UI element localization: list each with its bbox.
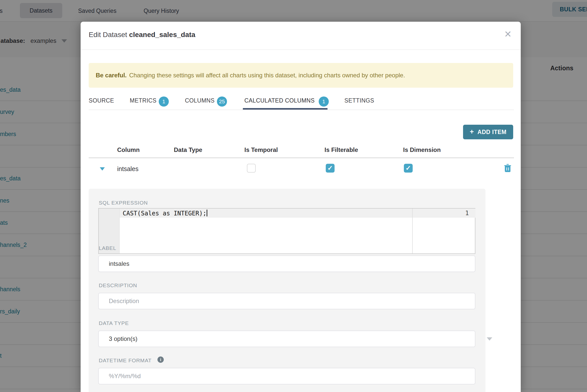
label-input[interactable] [98, 255, 475, 272]
tabs-divider [89, 110, 514, 110]
datetime-format-input[interactable] [98, 368, 475, 384]
info-icon[interactable]: i [157, 356, 164, 363]
columns-count-badge: 25 [217, 96, 227, 107]
tab-settings[interactable]: SETTINGS [344, 96, 374, 105]
tab-calculated-columns[interactable]: CALCULATED COLUMNS [244, 96, 315, 105]
data-type-field-label: DATA TYPE [99, 320, 129, 326]
plus-icon: + [470, 128, 474, 136]
add-item-button[interactable]: +ADD ITEM [463, 125, 513, 139]
check-icon: ✓ [406, 164, 411, 172]
tab-source[interactable]: SOURCE [89, 96, 114, 105]
table-header-divider [89, 157, 514, 158]
close-icon[interactable]: ✕ [501, 27, 515, 41]
modal-title: Edit Dataset cleaned_sales_data [89, 31, 195, 39]
modal-title-dataset-name: cleaned_sales_data [129, 31, 195, 39]
description-field-label: DESCRIPTION [99, 282, 137, 288]
datasets-page: es Datasets Saved Queries Query History … [0, 0, 587, 392]
calculated-column-name: intsales [117, 165, 139, 173]
check-icon: ✓ [328, 164, 333, 172]
chevron-down-icon [487, 337, 492, 341]
trash-icon[interactable] [504, 164, 511, 172]
datetime-format-field-label: DATETIME FORMAT [99, 357, 152, 364]
edit-dataset-modal: Edit Dataset cleaned_sales_data ✕ Be car… [81, 22, 521, 392]
editor-print-margin [412, 209, 413, 253]
data-type-value: 3 option(s) [109, 335, 137, 342]
label-field-label: LABEL [99, 245, 116, 251]
add-item-label: ADD ITEM [477, 129, 506, 136]
metrics-count-badge: 1 [159, 96, 169, 107]
header-is-dimension: Is Dimension [403, 146, 441, 153]
data-type-select[interactable]: 3 option(s) [98, 331, 475, 347]
warning-bold-text: Be careful. [96, 72, 127, 79]
text-cursor [207, 210, 207, 216]
header-is-temporal: Is Temporal [244, 146, 278, 153]
modal-title-prefix: Edit Dataset [89, 31, 129, 39]
description-input[interactable] [98, 293, 475, 309]
editor-line-number: 1 [465, 210, 469, 217]
modal-header: Edit Dataset cleaned_sales_data ✕ [81, 22, 521, 50]
is-filterable-checkbox[interactable]: ✓ [326, 164, 335, 173]
calculated-columns-count-badge: 1 [319, 96, 329, 107]
is-dimension-checkbox[interactable]: ✓ [404, 164, 413, 173]
expand-caret-icon[interactable] [100, 167, 105, 171]
header-is-filterable: Is Filterable [324, 146, 358, 153]
sql-expression-editor[interactable]: 1 CAST(Sales as INTEGER); [98, 208, 475, 254]
sql-expression-label: SQL EXPRESSION [99, 200, 148, 206]
header-column: Column [117, 146, 140, 153]
sql-code: CAST(Sales as INTEGER); [123, 210, 206, 217]
header-data-type: Data Type [174, 146, 202, 153]
warning-banner: Be careful.Changing these settings will … [89, 63, 513, 88]
tab-metrics[interactable]: METRICS [130, 96, 156, 105]
is-temporal-checkbox[interactable] [247, 164, 256, 173]
sql-code-text: CAST(Sales as INTEGER); [123, 210, 207, 217]
warning-text: Changing these settings will affect all … [129, 72, 405, 79]
tab-columns[interactable]: COLUMNS [185, 96, 215, 105]
